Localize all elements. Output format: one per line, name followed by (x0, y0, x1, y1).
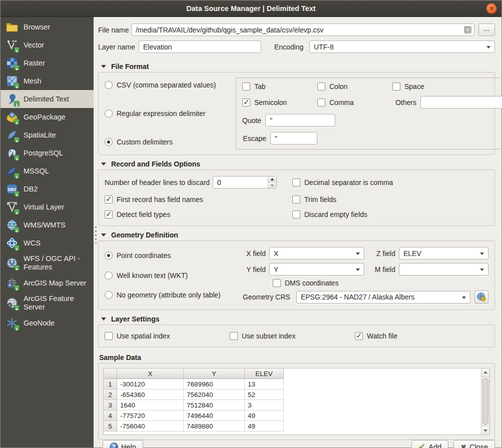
clear-text-icon[interactable] (464, 26, 471, 34)
escape-label: Escape (242, 134, 266, 142)
sidebar-item-vector[interactable]: Vector (1, 36, 94, 54)
data-source-manager-window: Data Source Manager | Delimited Text Bro… (0, 0, 502, 448)
decimal-separator-checkbox[interactable]: Decimal separator is comma (292, 178, 488, 186)
window-title: Data Source Manager | Delimited Text (186, 4, 315, 12)
no-geometry-radio[interactable]: No geometry (attribute only table) (105, 291, 239, 299)
column-header-y[interactable]: Y (184, 368, 245, 379)
header-lines-input[interactable] (213, 176, 277, 188)
table-row[interactable]: 2 -654360 7562040 52 (104, 390, 481, 400)
dms-coordinates-checkbox[interactable]: DMS coordinates (273, 279, 338, 287)
scroll-up-button[interactable] (481, 368, 489, 377)
colon-checkbox[interactable]: Colon (317, 82, 392, 90)
plus-badge-icon (14, 83, 20, 88)
raster-icon (5, 56, 19, 70)
plus-badge-icon (14, 137, 20, 142)
checkbox-icon (273, 279, 281, 287)
corner-header-cell[interactable] (104, 368, 117, 379)
z-field-select[interactable]: ELEV (399, 247, 488, 260)
encoding-select[interactable]: UTF-8 (309, 40, 495, 53)
scroll-down-button[interactable] (481, 426, 489, 434)
sidebar-item-geopackage[interactable]: GeoPackage (1, 108, 94, 126)
column-header-elev[interactable]: ELEV (245, 368, 284, 379)
close-x-icon (460, 443, 466, 448)
plus-badge-icon (14, 325, 20, 330)
geometry-crs-label: Geometry CRS (243, 293, 290, 301)
sidebar-item-wms-wmts[interactable]: WMS/WMTS (1, 216, 94, 234)
y-field-select[interactable]: Y (269, 263, 364, 276)
delimited-text-panel: File name … Layer name Encoding UTF-8 (98, 17, 501, 448)
sample-data-table: X Y ELEV 1 -300120 7689960 13 2 -654 (103, 368, 490, 435)
table-row[interactable]: 1 -300120 7689960 13 (104, 379, 481, 390)
first-record-field-names-checkbox[interactable]: First record has field names (105, 196, 292, 204)
escape-input[interactable] (270, 132, 317, 144)
plus-badge-icon (14, 245, 20, 250)
x-field-select[interactable]: X (269, 247, 364, 260)
sidebar-item-geonode[interactable]: GeoNode (1, 314, 94, 332)
sidebar-item-virtual-layer[interactable]: Virtual Layer (1, 198, 94, 216)
csv-radio[interactable]: CSV (comma separated values) (105, 81, 229, 89)
help-button[interactable]: Help (103, 440, 143, 448)
add-button[interactable]: Add (411, 440, 448, 448)
column-header-x[interactable]: X (117, 368, 184, 379)
quote-input[interactable] (265, 114, 335, 126)
sidebar-item-postgresql[interactable]: PostgreSQL (1, 144, 94, 162)
scrollbar-thumb[interactable] (482, 378, 488, 425)
sidebar-item-arcgis-feature-server[interactable]: ArcGIS Feature Server (1, 292, 94, 314)
radio-icon (105, 110, 113, 118)
plus-badge-icon (14, 285, 20, 290)
window-close-button[interactable] (486, 3, 497, 14)
regexp-delimiter-radio[interactable]: Regular expression delimiter (105, 110, 229, 118)
comma-checkbox[interactable]: Comma (317, 98, 392, 106)
file-format-section-header[interactable]: File Format (99, 62, 494, 70)
sidebar-item-db2[interactable]: DB2 DB2 (1, 180, 94, 198)
sidebar-item-wfs-ogc-api-features[interactable]: WFS / OGC API - Features (1, 252, 94, 274)
tab-checkbox[interactable]: Tab (242, 82, 317, 90)
browse-button[interactable]: … (478, 24, 495, 36)
spin-down-button[interactable] (268, 182, 276, 188)
checkbox-icon (230, 332, 238, 340)
sidebar-item-mesh[interactable]: Mesh (1, 72, 94, 90)
others-input[interactable] (420, 96, 502, 108)
sample-data-section: X Y ELEV 1 -300120 7689960 13 2 -654 (98, 363, 495, 440)
sidebar-item-arcgis-map-server[interactable]: ArcGIS Map Server (1, 274, 94, 292)
checkbox-icon (105, 210, 113, 218)
space-checkbox[interactable]: Space (392, 82, 502, 90)
table-row[interactable]: 4 -775720 7496440 49 (104, 410, 481, 421)
custom-delimiters-radio[interactable]: Custom delimiters (105, 138, 229, 146)
spin-up-button[interactable] (268, 176, 276, 182)
table-row[interactable]: 3 1640 7512840 3 (104, 400, 481, 410)
table-scrollbar[interactable] (481, 368, 489, 434)
detect-field-types-checkbox[interactable]: Detect field types (105, 210, 292, 218)
layer-name-input[interactable] (139, 40, 261, 53)
discard-empty-fields-checkbox[interactable]: Discard empty fields (292, 210, 488, 218)
sidebar-item-browser[interactable]: Browser (1, 18, 94, 36)
point-coordinates-radio[interactable]: Point coordinates (105, 252, 239, 260)
record-options-section-header[interactable]: Record and Fields Options (99, 160, 494, 168)
sidebar-item-mssql[interactable]: MSSQL (1, 162, 94, 180)
sidebar-item-delimited-text[interactable]: Delimited Text (1, 90, 94, 108)
geometry-section-header[interactable]: Geometry Definition (99, 231, 494, 239)
use-spatial-index-checkbox[interactable]: Use spatial index (105, 332, 230, 340)
table-row[interactable]: 5 -756040 7489880 49 (104, 421, 481, 432)
sidebar-item-raster[interactable]: Raster (1, 54, 94, 72)
file-name-input[interactable] (131, 24, 474, 36)
m-field-select[interactable] (399, 263, 488, 276)
file-name-label: File name (98, 26, 131, 34)
trim-fields-checkbox[interactable]: Trim fields (292, 196, 488, 204)
sidebar-splitter[interactable] (94, 17, 98, 448)
use-subset-index-checkbox[interactable]: Use subset index (230, 332, 355, 340)
geometry-crs-select[interactable]: EPSG:2964 - NAD27 / Alaska Albers (296, 291, 470, 304)
watch-file-checkbox[interactable]: Watch file (355, 332, 480, 340)
semicolon-checkbox[interactable]: Semicolon (242, 98, 317, 106)
header-lines-label: Number of header lines to discard (105, 178, 210, 186)
wkt-radio[interactable]: Well known text (WKT) (105, 272, 239, 280)
delimiters-group: Tab Colon Space Semicolon (236, 78, 502, 150)
close-button[interactable]: Close (453, 440, 495, 448)
layer-settings-section-header[interactable]: Layer Settings (99, 315, 494, 323)
header-lines-spinbox[interactable] (213, 176, 277, 188)
scrollbar-track[interactable] (481, 377, 489, 426)
sidebar-item-wcs[interactable]: WCS (1, 234, 94, 252)
globe-dark-icon (5, 276, 19, 290)
sidebar-item-spatialite[interactable]: SpatiaLite (1, 126, 94, 144)
select-crs-button[interactable] (474, 290, 488, 304)
